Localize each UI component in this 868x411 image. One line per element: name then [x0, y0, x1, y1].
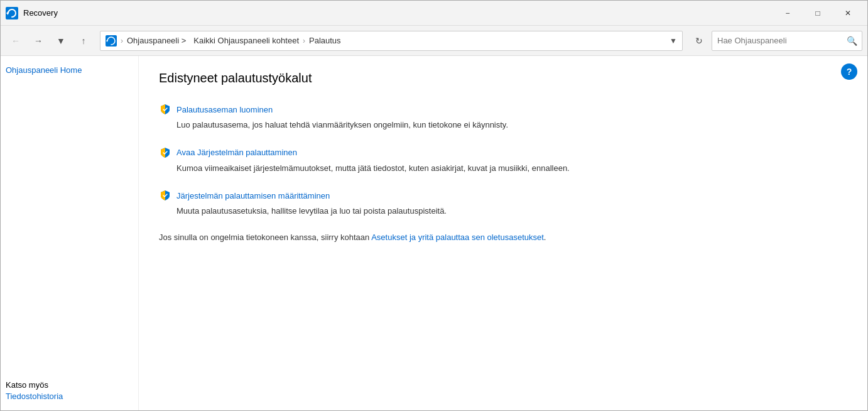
sidebar: Ohjauspaneeli Home Katso myös Tiedostohi…: [1, 56, 139, 410]
tool-link-2[interactable]: Avaa Järjestelmän palauttaminen: [176, 148, 297, 157]
forward-button[interactable]: →: [28, 31, 48, 51]
search-bar[interactable]: 🔍: [712, 31, 862, 51]
window-controls: − □ ✕: [773, 3, 862, 23]
bottom-note-suffix: .: [544, 233, 546, 242]
sidebar-file-history-link[interactable]: Tiedostohistoria: [6, 390, 133, 403]
content-area: ? Edistyneet palautustyökalut Palautusas…: [139, 56, 867, 410]
bottom-note-prefix: Jos sinulla on ongelmia tietokoneen kans…: [159, 233, 371, 242]
search-icon[interactable]: 🔍: [842, 31, 862, 51]
maximize-button[interactable]: □: [803, 3, 832, 23]
up-button[interactable]: ↑: [73, 31, 94, 51]
address-icon: [106, 35, 117, 47]
address-separator-3: ›: [303, 36, 305, 45]
close-button[interactable]: ✕: [833, 3, 862, 23]
tool-item-2: Avaa Järjestelmän palauttaminen Kumoa vi…: [159, 146, 847, 175]
address-dropdown-icon[interactable]: ▼: [670, 36, 677, 45]
address-part-1: Ohjauspaneeli >: [127, 36, 186, 45]
shield-icon-2: [159, 146, 171, 159]
sidebar-home-link[interactable]: Ohjauspaneeli Home: [6, 63, 133, 77]
app-icon: [6, 7, 18, 19]
refresh-button[interactable]: ↻: [689, 31, 709, 51]
title-bar: Recovery − □ ✕: [1, 1, 867, 26]
tool-desc-2: Kumoa viimeaikaiset järjestelmämuutokset…: [176, 162, 847, 175]
address-bar[interactable]: › Ohjauspaneeli > Kaikki Ohjauspaneeli k…: [100, 31, 683, 51]
nav-bar: ← → ▼ ↑ › Ohjauspaneeli > Kaikki Ohjausp…: [1, 26, 867, 56]
tool-item-1: Palautusaseman luominen Luo palautusasem…: [159, 103, 847, 131]
address-part-3: Palautus: [309, 36, 341, 45]
address-separator-1: ›: [121, 36, 123, 45]
sidebar-see-also-label: Katso myös: [6, 373, 133, 390]
tool-link-row-3: Järjestelmän palauttamisen määrittäminen: [159, 189, 847, 202]
tool-link-row-2: Avaa Järjestelmän palauttaminen: [159, 146, 847, 159]
search-input[interactable]: [712, 36, 842, 45]
window-title: Recovery: [23, 8, 773, 18]
tool-item-3: Järjestelmän palauttamisen määrittäminen…: [159, 189, 847, 217]
dropdown-button[interactable]: ▼: [51, 31, 71, 51]
tool-desc-1: Luo palautusasema, jos haluat tehdä vian…: [176, 119, 847, 131]
back-button[interactable]: ←: [6, 31, 26, 51]
page-title: Edistyneet palautustyökalut: [159, 71, 847, 85]
tool-link-3[interactable]: Järjestelmän palauttamisen määrittäminen: [176, 191, 330, 200]
tool-link-1[interactable]: Palautusaseman luominen: [176, 105, 273, 114]
help-button[interactable]: ?: [841, 63, 857, 80]
tool-desc-3: Muuta palautusasetuksia, hallitse levyti…: [176, 205, 847, 217]
shield-icon-1: [159, 103, 171, 116]
minimize-button[interactable]: −: [773, 3, 802, 23]
bottom-note-link[interactable]: Asetukset ja yritä palauttaa sen oletusa…: [371, 233, 544, 242]
address-part-2: Kaikki Ohjauspaneeli kohteet: [193, 36, 299, 45]
tool-link-row-1: Palautusaseman luominen: [159, 103, 847, 116]
main-area: Ohjauspaneeli Home Katso myös Tiedostohi…: [1, 56, 867, 410]
shield-icon-3: [159, 189, 171, 202]
bottom-note: Jos sinulla on ongelmia tietokoneen kans…: [159, 233, 847, 242]
